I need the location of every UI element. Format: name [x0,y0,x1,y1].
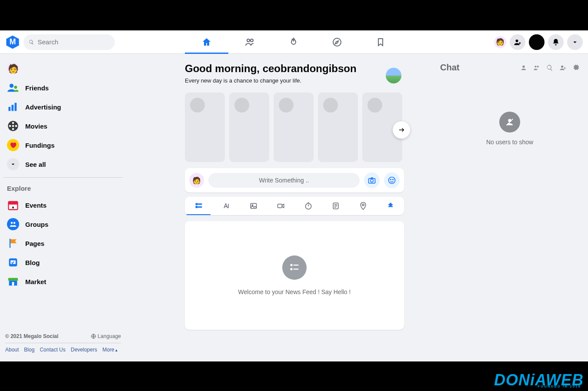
svg-rect-39 [294,268,299,269]
sidebar-item-label: Market [25,278,46,285]
chat-contacts-icon[interactable] [520,64,527,71]
bookmark-icon [375,37,386,47]
footer-link-developers[interactable]: Developers [71,347,97,353]
composer-input[interactable]: Write Something .. [208,173,360,188]
sidebar-item-groups[interactable]: Groups [3,215,123,234]
tab-saved[interactable] [359,30,402,54]
video-icon [277,202,285,210]
camera-icon [368,176,376,185]
svg-point-15 [13,222,16,224]
svg-point-25 [393,179,394,180]
chat-groups-icon[interactable] [533,64,540,71]
svg-point-40 [535,66,536,67]
sidebar-item-advertising[interactable]: Advertising [3,97,123,116]
blog-icon [7,256,19,268]
greeting-subtext: Every new day is a chance to change your… [185,77,404,84]
font-icon [222,202,231,210]
ptab-article[interactable] [322,197,349,215]
sidebar-item-fundings[interactable]: Fundings [3,136,123,155]
menu-dropdown-button[interactable] [567,34,583,50]
stories-next-button[interactable] [393,121,410,139]
svg-rect-38 [291,268,293,270]
chat-search-icon[interactable] [546,64,553,71]
tab-explore[interactable] [315,30,359,54]
tab-home[interactable] [185,30,228,54]
ptab-location[interactable] [349,197,377,215]
chart-icon [7,101,19,113]
sidebar-item-label: Groups [25,221,48,228]
flag-icon [7,237,19,249]
svg-rect-30 [251,203,256,209]
chat-title: Chat [440,63,459,73]
chevron-up-icon [386,202,395,210]
image-icon [249,202,258,210]
header-avatar[interactable]: 🧑 [494,36,506,48]
messenger-button[interactable] [529,34,545,50]
footer-link-blog[interactable]: Blog [24,347,34,353]
chevron-down-icon [7,158,19,170]
ptab-font[interactable] [212,197,240,215]
footer-link-more[interactable]: More [102,347,117,353]
search-input[interactable] [37,38,110,46]
svg-point-14 [11,222,13,224]
app-logo[interactable]: M [5,35,20,50]
heart-icon [7,139,19,151]
article-icon [331,202,340,210]
composer-avatar[interactable]: 🧑 [189,173,204,188]
see-all-label: See all [25,161,46,168]
ptab-video[interactable] [267,197,294,215]
sidebar-item-friends[interactable]: Friends [3,78,123,97]
svg-point-41 [537,66,539,67]
list-icon [194,202,203,210]
svg-rect-3 [9,107,11,111]
svg-rect-29 [198,207,201,208]
caret-down-icon [571,38,579,46]
stories-row [185,93,404,162]
ptab-audio[interactable] [294,197,322,215]
sidebar-item-blog[interactable]: Blog [3,253,123,272]
events-icon [7,199,19,211]
footer-link-about[interactable]: About [5,347,19,353]
story-card[interactable] [318,93,358,162]
feed-empty-icon [282,255,307,280]
sidebar-item-movies[interactable]: Movies [3,116,123,136]
sidebar-see-all[interactable]: See all [3,155,123,174]
arrow-right-icon [398,126,405,134]
sidebar-item-market[interactable]: Market [3,272,123,291]
svg-rect-19 [12,282,14,285]
svg-point-7 [12,122,14,124]
chat-add-icon[interactable] [559,64,566,71]
language-link[interactable]: Language [91,333,121,339]
search-box[interactable] [23,34,115,50]
composer-emoji-button[interactable] [384,172,400,188]
feed-empty-state: Welcome to your News Feed ! Say Hello ! [185,221,404,330]
ptab-text[interactable] [185,197,212,215]
chat-settings-icon[interactable] [572,64,579,71]
ptab-image[interactable] [240,197,267,215]
tab-people[interactable] [228,30,272,54]
story-card[interactable] [274,93,314,162]
footer-link-contact[interactable]: Contact Us [40,347,65,353]
sidebar-item-profile[interactable]: 🧑 [3,59,123,78]
watermark: DONiAWEB FOUNDED IN 2018 [494,371,584,389]
notifications-button[interactable] [548,34,564,50]
composer-photo-button[interactable] [364,172,380,188]
pin-icon [359,202,368,210]
sidebar-item-events[interactable]: Events [3,196,123,215]
add-friend-button[interactable] [510,34,525,50]
story-card[interactable] [185,93,225,162]
story-card[interactable] [229,93,269,162]
friends-icon [7,82,19,94]
chat-empty-icon [499,112,520,133]
svg-rect-28 [196,206,197,208]
svg-point-35 [362,204,364,205]
sidebar-item-label: Pages [25,240,44,247]
stopwatch-icon [304,202,313,210]
svg-rect-4 [12,105,14,111]
tab-trending[interactable] [272,30,315,54]
sidebar-item-pages[interactable]: Pages [3,234,123,253]
movie-icon [7,120,19,132]
copyright-text: © 2021 Megalo Social [5,333,58,339]
ptab-collapse[interactable] [377,197,404,215]
svg-rect-32 [277,204,282,208]
